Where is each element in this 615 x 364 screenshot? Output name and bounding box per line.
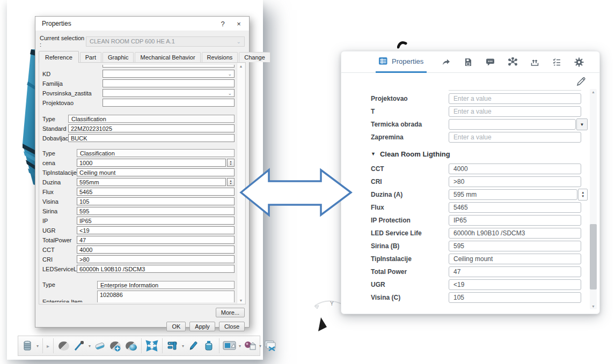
spinner-control[interactable]: ▲▼ — [227, 159, 235, 167]
comment-icon[interactable] — [484, 56, 497, 69]
ugr-input[interactable] — [449, 279, 581, 290]
material-catalog-icon[interactable] — [20, 339, 34, 353]
totalpower-field[interactable] — [77, 236, 235, 244]
more-button[interactable]: More... — [216, 308, 245, 317]
scroll-down-icon[interactable]: ▼ — [591, 304, 595, 308]
scroll-up-icon[interactable]: ▲ — [591, 90, 595, 94]
eyedropper-caret[interactable]: ▾ — [89, 344, 91, 348]
field-label: Flux — [371, 204, 449, 211]
ip-field[interactable] — [77, 217, 235, 225]
clamp-tool-icon[interactable] — [166, 339, 180, 353]
add-material-ball-icon[interactable] — [108, 339, 122, 353]
properties-grid-icon — [379, 57, 387, 65]
collapse-triangle-icon[interactable]: ▼ — [371, 151, 376, 157]
termicka-obrada-combo[interactable] — [449, 119, 576, 130]
dialog-titlebar[interactable]: Properties ? × — [35, 17, 249, 31]
scroll-down-icon[interactable]: ▼ — [239, 299, 243, 302]
clipped-field-edge — [449, 90, 581, 91]
cri-field[interactable] — [77, 255, 235, 263]
flux-field[interactable] — [77, 188, 235, 196]
ip-protection-input[interactable] — [449, 215, 581, 226]
tab-mechanical-behavior[interactable]: Mechanical Behavior — [135, 52, 200, 62]
sirina-field[interactable] — [77, 207, 235, 215]
current-selection-combo[interactable]: CLEAN ROOM CDP 600 HE A.1 ⌄ — [86, 36, 245, 47]
material-spheres-icon[interactable] — [243, 339, 257, 353]
import-icon[interactable] — [528, 56, 541, 69]
kd-combo[interactable]: ⌄ — [102, 70, 235, 78]
ledservicelife-field[interactable] — [77, 265, 235, 273]
material-spheres-caret[interactable]: ▾ — [259, 344, 261, 348]
led-service-life-input[interactable] — [449, 228, 581, 239]
standard-field[interactable] — [68, 124, 235, 132]
scroll-up-icon[interactable]: ▲ — [239, 64, 243, 68]
material-catalog-caret[interactable]: ▾ — [36, 344, 39, 348]
field-label: Termicka obrada — [371, 121, 449, 128]
zapremina-input[interactable] — [449, 132, 581, 143]
clamp-tool-caret[interactable]: ▾ — [182, 344, 184, 348]
tab-change[interactable]: Change — [239, 52, 270, 62]
tab-part[interactable]: Part — [80, 52, 101, 62]
checklist-icon[interactable] — [551, 56, 563, 69]
familija-field[interactable] — [102, 79, 235, 87]
dobavljac-field[interactable] — [68, 134, 235, 142]
field-label: LED Service Life — [371, 229, 449, 237]
toolbar-separator — [53, 338, 54, 353]
tab-revisions[interactable]: Revisions — [202, 52, 238, 62]
tipinstalacije-field[interactable] — [77, 168, 235, 176]
field-label: Visina (C) — [371, 294, 449, 301]
cena-field[interactable] — [77, 159, 226, 167]
save-file-icon[interactable] — [462, 56, 475, 69]
total-power-input[interactable] — [449, 266, 581, 277]
eyedropper-icon[interactable] — [72, 339, 86, 353]
eraser-icon[interactable] — [93, 339, 107, 353]
property-row: IP Protection — [371, 215, 588, 226]
spinner-control[interactable]: ▲▼ — [578, 189, 588, 200]
section-header-clean-room-lighting[interactable]: ▼ Clean Room Ligthing — [371, 150, 588, 158]
visina-field[interactable] — [77, 197, 235, 205]
remove-render-icon[interactable] — [263, 339, 277, 353]
ok-button[interactable]: OK — [166, 322, 186, 331]
apply-button[interactable]: Apply — [189, 322, 215, 331]
apply-material-ball-icon[interactable] — [124, 339, 138, 353]
close-button[interactable]: Close — [219, 322, 245, 331]
sirina-b-input[interactable] — [449, 241, 581, 251]
cct-field[interactable] — [77, 246, 235, 254]
t-input[interactable] — [449, 106, 581, 117]
scrollbar-thumb[interactable] — [590, 224, 597, 289]
overflow-arrow-icon[interactable]: ▸ — [47, 343, 49, 349]
property-row: CCT — [371, 164, 588, 174]
tab-properties[interactable]: Properties — [376, 51, 427, 73]
render-frame-icon[interactable] — [223, 339, 237, 353]
cct-input[interactable] — [449, 164, 581, 174]
close-icon[interactable]: × — [231, 18, 247, 29]
render-frame-caret[interactable]: ▾ — [239, 344, 241, 348]
duzina-field[interactable] — [77, 178, 226, 186]
gear-icon[interactable] — [573, 56, 585, 69]
cri-input[interactable] — [449, 176, 581, 187]
tab-graphic[interactable]: Graphic — [102, 52, 134, 62]
ugr-field[interactable] — [77, 226, 235, 234]
duzina-a-input[interactable] — [449, 189, 577, 200]
property-row: Zapremina — [371, 132, 588, 143]
projektovao-input[interactable] — [449, 93, 581, 104]
field-label: Sirina — [42, 208, 77, 214]
paint-ball-icon[interactable] — [57, 339, 71, 353]
field-label: T — [371, 108, 449, 115]
flux-input[interactable] — [449, 202, 581, 213]
projektovao-field[interactable] — [102, 99, 235, 107]
spinner-control[interactable]: ▲▼ — [227, 178, 235, 186]
glue-bottle-icon[interactable] — [202, 339, 216, 353]
field-label: Projektovao — [42, 100, 102, 106]
enterprise-item-number-field[interactable]: 1020886 — [97, 291, 235, 302]
visina-c-input[interactable] — [449, 292, 581, 303]
measure-pen-icon[interactable] — [186, 339, 200, 353]
relations-icon[interactable] — [506, 56, 519, 69]
share-icon[interactable] — [440, 56, 452, 69]
povrsinska-zastita-combo[interactable]: ⌄ — [102, 89, 235, 97]
fit-all-arrows-icon[interactable] — [145, 339, 159, 353]
tipinstalacije-input[interactable] — [449, 254, 581, 264]
field-label: Visina — [42, 198, 77, 205]
tab-reference[interactable]: Reference — [39, 51, 79, 63]
dropdown-button[interactable]: ▼ — [576, 118, 588, 130]
help-button[interactable]: ? — [215, 18, 231, 29]
